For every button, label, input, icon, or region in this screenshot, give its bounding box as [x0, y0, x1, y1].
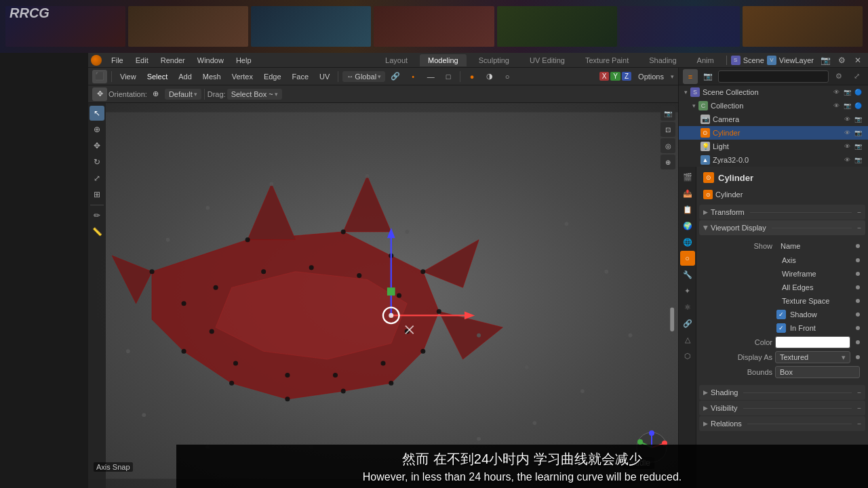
tool-move[interactable]: ✥	[90, 138, 104, 153]
shadow-checkbox[interactable]: ✓	[776, 310, 786, 319]
cyl-cam[interactable]: 📷	[853, 128, 863, 138]
tool-measure[interactable]: 📏	[90, 224, 104, 239]
world-props-icon[interactable]: 🌐	[680, 235, 695, 249]
object-props-icon[interactable]: ○	[680, 251, 695, 266]
camera-cam[interactable]: 📷	[853, 115, 863, 124]
tool-transform[interactable]: ⊞	[90, 187, 104, 202]
material-icon[interactable]: ⬡	[680, 348, 695, 363]
outliner-cylinder[interactable]: ⊙ Cylinder 👁 📷	[679, 126, 868, 140]
viewport-display-render[interactable]: ○	[500, 70, 515, 83]
camera-persp-btn[interactable]: 📷	[660, 106, 675, 121]
transform-section-header[interactable]: ▶ Transform −	[699, 205, 865, 220]
header-vertex[interactable]: Vertex	[228, 71, 257, 82]
in-front-checkbox[interactable]: ✓	[776, 323, 786, 333]
xyz-z-btn[interactable]: Z	[622, 72, 631, 81]
header-add[interactable]: Add	[174, 71, 196, 82]
menu-edit[interactable]: Edit	[130, 55, 154, 66]
render-props-icon[interactable]: 🎬	[680, 169, 695, 184]
menu-icon-camera[interactable]: 📷	[818, 53, 833, 68]
view-layer-icon[interactable]: 📋	[680, 202, 695, 217]
tab-animation[interactable]: Anim	[689, 54, 722, 66]
light-vis[interactable]: 👁	[842, 142, 852, 151]
tab-shading[interactable]: Shading	[641, 54, 684, 66]
outliner-filter-icon[interactable]: ⚙	[831, 69, 846, 84]
header-face[interactable]: Face	[288, 71, 313, 82]
mode-vertex[interactable]: •	[406, 70, 420, 83]
physics-icon[interactable]: ⚛	[680, 300, 695, 314]
light-cam[interactable]: 📷	[853, 142, 863, 151]
viewport-local-btn[interactable]: ⊡	[660, 122, 675, 137]
xyz-x-btn[interactable]: X	[599, 72, 610, 81]
options-btn[interactable]: Options	[634, 71, 668, 82]
header-uv[interactable]: UV	[315, 71, 334, 82]
tool-annotate[interactable]: ✏	[90, 208, 104, 223]
select-box-dropdown[interactable]: Select Box ~ ▾	[227, 89, 282, 100]
display-as-select[interactable]: Textured ▾	[775, 351, 850, 363]
snap-icon[interactable]: 🔗	[388, 70, 403, 83]
shading-section-header[interactable]: ▶ Shading −	[699, 385, 865, 400]
outliner-collection[interactable]: ▾ C Collection 👁 📷 🔵	[679, 99, 868, 113]
xyz-y-btn[interactable]: Y	[610, 72, 620, 81]
collection-cam-icon[interactable]: 📷	[842, 101, 852, 110]
render-icon[interactable]: 🔵	[853, 87, 863, 97]
viewport-overlay-btn[interactable]: ◎	[660, 138, 675, 153]
outliner-light[interactable]: 💡 Light 👁 📷	[679, 140, 868, 153]
editor-type-icon[interactable]: ⬛	[92, 70, 107, 83]
tool-rotate[interactable]: ↻	[90, 155, 104, 169]
orientation-icon[interactable]: ⊕	[149, 87, 163, 101]
mode-face[interactable]: □	[441, 70, 456, 83]
zyra-vis[interactable]: 👁	[842, 155, 852, 165]
menu-file[interactable]: File	[106, 55, 129, 66]
data-icon[interactable]: △	[680, 332, 695, 347]
outliner-cam-icon[interactable]: 📷	[701, 69, 715, 84]
cam-restrict-icon[interactable]: 📷	[842, 87, 852, 97]
outliner-search[interactable]	[718, 70, 829, 83]
mode-edge[interactable]: —	[423, 70, 438, 83]
viewport-display-material[interactable]: ◑	[482, 70, 497, 83]
outliner-icon[interactable]: ≡	[683, 69, 698, 84]
tab-sculpting[interactable]: Sculpting	[471, 54, 517, 66]
tool-cursor[interactable]: ⊕	[90, 122, 104, 137]
menu-help[interactable]: Help	[231, 55, 257, 66]
collection-vis-icon[interactable]: 👁	[831, 101, 841, 110]
camera-vis[interactable]: 👁	[842, 115, 852, 124]
global-dropdown[interactable]: ↔ Global ▾	[342, 71, 385, 82]
constraints-icon[interactable]: 🔗	[680, 316, 695, 331]
viewport-display-solid[interactable]: ●	[465, 70, 479, 83]
viewport-3d[interactable]: RRCG	[88, 103, 678, 488]
outliner-scene-collection[interactable]: ▾ S Scene Collection 👁 📷 🔵	[679, 85, 868, 99]
default-dropdown[interactable]: Default ▾	[165, 89, 201, 100]
zyra-cam[interactable]: 📷	[853, 155, 863, 165]
header-edge[interactable]: Edge	[260, 71, 285, 82]
header-view[interactable]: View	[116, 71, 140, 82]
outliner-camera[interactable]: 📷 Camera 👁 📷	[679, 113, 868, 126]
visibility-section-header[interactable]: ▶ Visibility −	[699, 401, 865, 415]
viewport-gizmo-btn[interactable]: ⊕	[660, 155, 675, 169]
viewport-display-header[interactable]: ▶ Viewport Display −	[699, 220, 865, 235]
menu-icon-filter[interactable]: ⚙	[834, 53, 849, 68]
output-props-icon[interactable]: 📤	[680, 186, 695, 201]
tool-select[interactable]: ↖	[90, 106, 104, 121]
tool-scale[interactable]: ⤢	[90, 171, 104, 186]
blender-logo-icon[interactable]	[91, 55, 102, 66]
color-swatch[interactable]	[775, 336, 850, 348]
scene-props-icon[interactable]: 🌍	[680, 218, 695, 233]
menu-window[interactable]: Window	[192, 55, 229, 66]
menu-render[interactable]: Render	[155, 55, 191, 66]
modifier-icon[interactable]: 🔧	[680, 267, 695, 282]
tab-modeling[interactable]: Modeling	[420, 54, 467, 66]
move-tool-icon[interactable]: ✥	[92, 87, 107, 101]
outliner-zyra[interactable]: ▲ Zyra32-0.0 👁 📷	[679, 153, 868, 167]
relations-section-header[interactable]: ▶ Relations −	[699, 416, 865, 431]
cyl-vis[interactable]: 👁	[842, 128, 852, 138]
menu-icon-close[interactable]: ✕	[850, 53, 865, 68]
outliner-expand-icon[interactable]: ⤢	[849, 69, 864, 84]
header-mesh[interactable]: Mesh	[199, 71, 225, 82]
header-select[interactable]: Select	[143, 71, 172, 82]
tab-uv-editing[interactable]: UV Editing	[521, 54, 573, 66]
bounds-select[interactable]: Box	[775, 366, 860, 378]
tab-layout[interactable]: Layout	[377, 54, 416, 66]
particles-icon[interactable]: ✦	[680, 283, 695, 298]
collection-render-icon[interactable]: 🔵	[853, 101, 863, 110]
visibility-icon[interactable]: 👁	[831, 87, 841, 97]
